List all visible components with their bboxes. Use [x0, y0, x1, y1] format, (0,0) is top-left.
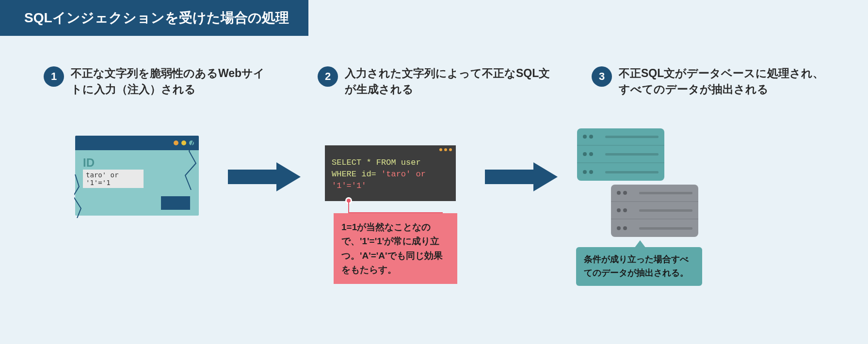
server-gray-icon: [611, 185, 698, 237]
pointer-line: [348, 201, 349, 213]
window-dot: [449, 148, 452, 151]
window-dot: [439, 148, 442, 151]
page-title: SQLインジェクションを受けた場合の処理: [0, 0, 308, 36]
step-number: 2: [318, 66, 338, 87]
sql-highlight: 'taro' or: [381, 170, 426, 179]
svg-marker-0: [228, 162, 301, 191]
step-text: 入力された文字列によって不正なSQL文が生成される: [345, 65, 550, 98]
sql-terminal-icon: SELECT * FROM user WHERE id= 'taro' or '…: [325, 145, 456, 201]
database-servers-icon: [577, 128, 698, 237]
crack-icon: [166, 137, 200, 190]
step-text: 不正SQL文がデータベースに処理され、すべてのデータが抽出される: [619, 65, 824, 98]
button-placeholder-icon: [161, 196, 190, 210]
step-1: 1 不正な文字列を脆弱性のあるWebサイトに入力（注入）される: [44, 65, 276, 98]
graphics-area: ID taro' or '1'='1 SELECT * FROM user WH…: [0, 136, 868, 329]
sql-text: WHERE id=: [332, 170, 381, 179]
step-text: 不正な文字列を脆弱性のあるWebサイトに入力（注入）される: [71, 65, 276, 98]
step-3: 3 不正SQL文がデータベースに処理され、すべてのデータが抽出される: [592, 65, 824, 98]
browser-window-icon: ID taro' or '1'='1: [75, 136, 199, 216]
steps-row: 1 不正な文字列を脆弱性のあるWebサイトに入力（注入）される 2 入力された文…: [0, 65, 868, 98]
sql-text: SELECT * FROM user: [332, 158, 421, 167]
step-2: 2 入力された文字列によって不正なSQL文が生成される: [318, 65, 550, 98]
arrow-icon: [485, 160, 558, 194]
explanation-note: 1=1が当然なことなので、'1'='1'が常に成り立つ。'A'='A'でも同じ効…: [334, 213, 457, 284]
window-dot: [444, 148, 447, 151]
terminal-body: SELECT * FROM user WHERE id= 'taro' or '…: [325, 154, 456, 201]
svg-marker-1: [485, 162, 558, 191]
browser-body: ID taro' or '1'='1: [75, 150, 199, 216]
sql-highlight: '1'='1': [332, 181, 366, 190]
server-teal-icon: [577, 128, 664, 181]
step-number: 1: [44, 66, 64, 87]
result-callout: 条件が成り立った場合すべてのデータが抽出される。: [576, 247, 702, 286]
step-number: 3: [592, 66, 612, 87]
terminal-titlebar: [325, 145, 456, 154]
crack-icon: [74, 174, 108, 218]
arrow-icon: [228, 160, 301, 194]
